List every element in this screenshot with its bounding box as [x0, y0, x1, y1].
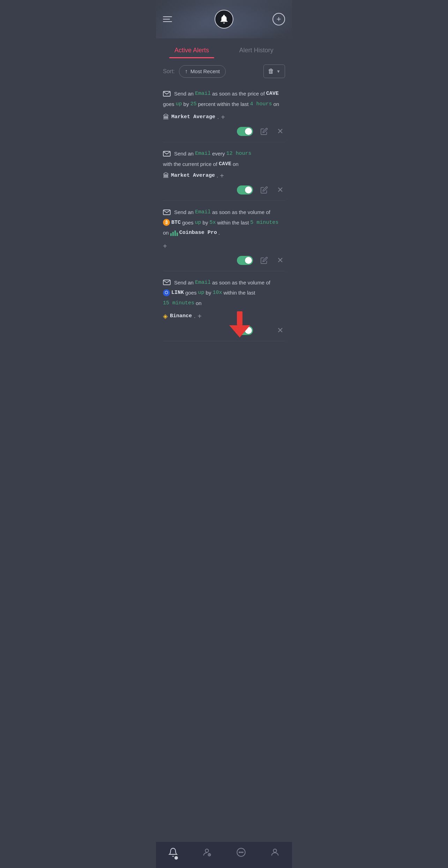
tabs-container: Active Alerts Alert History — [156, 41, 292, 58]
red-arrow-indicator — [229, 311, 250, 339]
sort-arrow-icon: ↑ — [185, 68, 188, 75]
menu-line-1 — [163, 16, 172, 17]
bell-icon — [219, 14, 229, 24]
sort-button[interactable]: ↑ Most Recent — [179, 65, 226, 78]
menu-line-3 — [163, 21, 172, 22]
nav-profile[interactable] — [264, 846, 285, 861]
alert-controls-4: ✕ — [163, 326, 285, 335]
tab-active-alerts[interactable]: Active Alerts — [159, 41, 224, 58]
binance-icon: ◈ — [163, 311, 168, 322]
profile-nav-icon — [270, 847, 280, 860]
market-avg-icon-2: 🏛 — [163, 170, 169, 181]
delete-alert-4-button[interactable]: ✕ — [275, 326, 285, 335]
email-icon-4 — [163, 280, 171, 285]
svg-point-11 — [242, 852, 243, 853]
alert-text-4: Send an Email as soon as the volume of ⬡… — [163, 278, 285, 322]
svg-point-9 — [239, 852, 240, 853]
trash-icon: 🗑 — [268, 68, 274, 75]
market-avg-icon-1: 🏛 — [163, 112, 169, 123]
alert-text-3: Send an Email as soon as the volume of ₿… — [163, 208, 285, 252]
alert-item-1: Send an Email as soon as the price of CA… — [163, 82, 285, 142]
toggle-alert-3[interactable] — [237, 256, 253, 265]
app-logo — [215, 10, 233, 29]
menu-button[interactable] — [163, 16, 172, 22]
svg-point-6 — [206, 849, 209, 852]
nav-more[interactable] — [231, 846, 252, 861]
menu-line-2 — [163, 19, 170, 20]
btc-coin-icon: ₿ — [163, 219, 170, 226]
add-condition-button-1[interactable]: + — [221, 111, 225, 123]
delete-alert-2-button[interactable]: ✕ — [275, 185, 285, 195]
svg-point-12 — [274, 849, 277, 852]
alert-item-2: Send an Email every 12 hours with the cu… — [163, 142, 285, 201]
edit-alert-1-button[interactable] — [259, 127, 269, 136]
edit-alert-3-button[interactable] — [259, 256, 269, 265]
add-condition-button-3[interactable]: + — [163, 240, 167, 252]
alerts-nav-icon — [168, 847, 178, 860]
svg-rect-4 — [237, 311, 242, 325]
chevron-down-icon: ▼ — [276, 69, 281, 74]
more-nav-icon — [236, 847, 246, 860]
tab-alert-history[interactable]: Alert History — [224, 41, 289, 58]
svg-point-10 — [241, 852, 241, 853]
nav-alerts[interactable] — [163, 846, 184, 861]
alert-controls-2: ✕ — [163, 185, 285, 195]
sort-label: Sort: — [163, 68, 175, 75]
add-condition-button-2[interactable]: + — [220, 170, 224, 182]
add-condition-button-4[interactable]: + — [197, 310, 202, 322]
delete-alert-3-button[interactable]: ✕ — [275, 256, 285, 265]
svg-marker-5 — [229, 325, 250, 337]
toggle-alert-2[interactable] — [237, 185, 253, 195]
edit-alert-2-button[interactable] — [259, 185, 269, 195]
link-coin-icon: ⬡ — [163, 289, 170, 296]
toggle-alert-1[interactable] — [237, 127, 253, 136]
alert-text-2: Send an Email every 12 hours with the cu… — [163, 149, 285, 182]
bottom-nav — [156, 842, 292, 868]
alerts-list: Send an Email as soon as the price of CA… — [156, 82, 292, 341]
alert-controls-3: ✕ — [163, 256, 285, 265]
email-icon-2 — [163, 151, 171, 157]
alert-item-3: Send an Email as soon as the volume of ₿… — [163, 201, 285, 271]
header: + — [156, 0, 292, 38]
alert-item-4: Send an Email as soon as the volume of ⬡… — [163, 271, 285, 342]
sort-bar: Sort: ↑ Most Recent 🗑 ▼ — [156, 58, 292, 82]
delete-button[interactable]: 🗑 ▼ — [263, 64, 285, 78]
coinbase-bar-icon — [170, 230, 178, 236]
email-icon-3 — [163, 210, 171, 215]
email-icon-1 — [163, 91, 171, 97]
alert-controls-1: ✕ — [163, 127, 285, 136]
add-alert-button[interactable]: + — [272, 13, 285, 25]
delete-alert-1-button[interactable]: ✕ — [275, 127, 285, 136]
sort-current-value: Most Recent — [191, 68, 220, 74]
nav-portfolio[interactable] — [196, 846, 217, 861]
portfolio-nav-icon — [202, 847, 212, 860]
alert-text-1: Send an Email as soon as the price of CA… — [163, 89, 285, 123]
